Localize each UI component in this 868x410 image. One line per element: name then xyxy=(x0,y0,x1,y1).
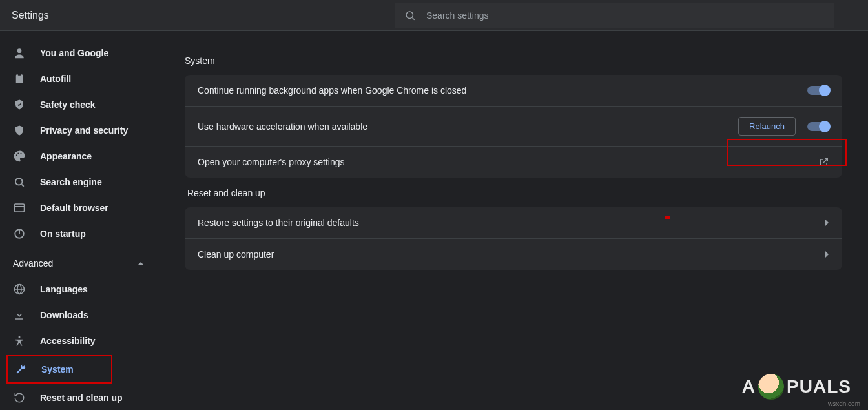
row-hardware-acceleration[interactable]: Use hardware acceleration when available… xyxy=(185,106,842,146)
sidebar-item-label: Autofill xyxy=(40,74,71,84)
header-bar: Settings xyxy=(0,0,868,31)
sidebar-item-label: Search engine xyxy=(40,177,102,187)
row-background-apps[interactable]: Continue running background apps when Go… xyxy=(185,75,842,106)
wrench-icon xyxy=(14,364,27,375)
search-bar[interactable] xyxy=(395,3,834,28)
svg-point-8 xyxy=(16,178,23,185)
svg-point-6 xyxy=(17,152,19,154)
svg-rect-10 xyxy=(15,204,25,212)
search-icon xyxy=(404,10,416,21)
clipboard-icon xyxy=(13,72,26,85)
sidebar-advanced-header[interactable]: Advanced xyxy=(0,251,159,276)
sidebar-item-system[interactable]: System xyxy=(8,356,111,382)
sidebar-item-label: Appearance xyxy=(40,151,92,161)
watermark-text: wsxdn.com xyxy=(828,400,860,407)
sidebar-item-default-browser[interactable]: Default browser xyxy=(0,195,159,221)
row-label: Use hardware acceleration when available xyxy=(198,121,367,132)
sidebar-item-label: Accessibility xyxy=(40,336,96,346)
external-link-icon xyxy=(819,157,829,167)
sidebar-item-label: Safety check xyxy=(40,99,96,110)
brand-text-post: PUALS xyxy=(787,376,851,397)
sidebar-item-label: Reset and clean up xyxy=(40,393,123,403)
toggle-background-apps[interactable] xyxy=(807,86,829,95)
toggle-hardware-acceleration[interactable] xyxy=(807,122,829,131)
svg-point-17 xyxy=(19,336,21,338)
row-label: Clean up computer xyxy=(198,249,274,260)
sidebar-item-privacy[interactable]: Privacy and security xyxy=(0,118,159,143)
chevron-right-icon xyxy=(824,219,829,227)
row-label: Open your computer's proxy settings xyxy=(198,157,345,167)
sidebar-advanced-label: Advanced xyxy=(13,258,53,269)
row-label: Restore settings to their original defau… xyxy=(198,218,359,228)
annotation-mark xyxy=(665,216,670,219)
search-input[interactable] xyxy=(426,10,825,21)
row-label: Continue running background apps when Go… xyxy=(198,85,466,96)
brand-logo: A PUALS xyxy=(742,374,851,400)
sidebar-item-on-startup[interactable]: On startup xyxy=(0,221,159,247)
sidebar-item-search-engine[interactable]: Search engine xyxy=(0,169,159,195)
svg-point-7 xyxy=(21,153,22,154)
shield-check-icon xyxy=(13,98,26,111)
person-icon xyxy=(13,46,26,59)
row-cleanup-computer[interactable]: Clean up computer xyxy=(185,238,842,270)
sidebar-item-label: Downloads xyxy=(40,310,88,320)
row-restore-defaults[interactable]: Restore settings to their original defau… xyxy=(185,207,842,238)
svg-point-2 xyxy=(17,48,22,53)
download-icon xyxy=(13,309,26,321)
svg-point-0 xyxy=(406,12,413,19)
row-proxy-settings[interactable]: Open your computer's proxy settings xyxy=(185,146,842,178)
sidebar: You and Google Autofill Safety check Pri… xyxy=(0,31,159,410)
sidebar-item-reset[interactable]: Reset and clean up xyxy=(0,385,159,410)
power-icon xyxy=(13,228,26,240)
main-content: System Continue running background apps … xyxy=(159,31,868,410)
restore-icon xyxy=(13,392,26,404)
chevron-up-icon xyxy=(137,260,145,267)
sidebar-item-safety-check[interactable]: Safety check xyxy=(0,92,159,118)
svg-line-1 xyxy=(412,17,414,19)
relaunch-button[interactable]: Relaunch xyxy=(738,117,796,136)
sidebar-item-you-and-google[interactable]: You and Google xyxy=(0,40,159,66)
mascot-icon xyxy=(758,374,784,400)
sidebar-item-downloads[interactable]: Downloads xyxy=(0,302,159,328)
page-title: Settings xyxy=(0,10,395,21)
sidebar-item-autofill[interactable]: Autofill xyxy=(0,66,159,92)
svg-line-9 xyxy=(21,184,23,186)
sidebar-item-label: You and Google xyxy=(40,48,108,58)
sidebar-item-appearance[interactable]: Appearance xyxy=(0,143,159,169)
system-card: Continue running background apps when Go… xyxy=(185,75,842,178)
shield-icon xyxy=(13,124,26,137)
sidebar-item-label: On startup xyxy=(40,229,86,239)
highlight-sidebar-system: System xyxy=(6,355,112,384)
sidebar-item-accessibility[interactable]: Accessibility xyxy=(0,328,159,354)
reset-card: Restore settings to their original defau… xyxy=(185,207,842,270)
sidebar-item-label: Default browser xyxy=(40,203,108,213)
section-title-system: System xyxy=(185,45,842,75)
sidebar-item-languages[interactable]: Languages xyxy=(0,276,159,302)
svg-rect-4 xyxy=(18,74,21,76)
search-icon xyxy=(13,176,26,188)
browser-icon xyxy=(13,203,26,213)
palette-icon xyxy=(13,150,26,163)
sidebar-item-label: Privacy and security xyxy=(40,125,128,136)
chevron-right-icon xyxy=(824,251,829,258)
sidebar-item-label: System xyxy=(41,364,74,374)
sidebar-item-label: Languages xyxy=(40,284,88,294)
section-title-reset: Reset and clean up xyxy=(185,178,842,207)
svg-rect-3 xyxy=(16,74,23,83)
accessibility-icon xyxy=(13,334,26,347)
brand-text-pre: A xyxy=(742,376,756,397)
svg-point-5 xyxy=(16,154,17,156)
globe-icon xyxy=(13,283,26,295)
